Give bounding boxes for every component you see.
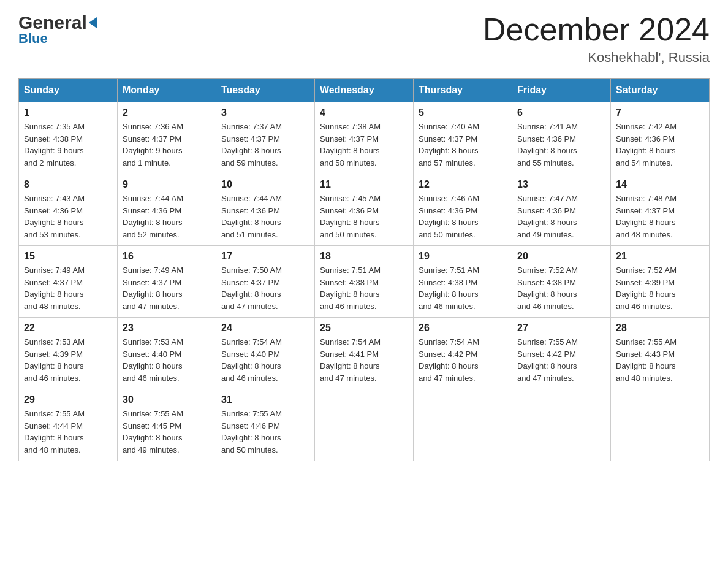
day-info: Sunrise: 7:49 AMSunset: 4:37 PMDaylight:… [24, 264, 112, 312]
day-info: Sunrise: 7:55 AMSunset: 4:46 PMDaylight:… [221, 408, 309, 456]
calendar-table: SundayMondayTuesdayWednesdayThursdayFrid… [18, 78, 710, 461]
weekday-header-row: SundayMondayTuesdayWednesdayThursdayFrid… [19, 79, 710, 102]
day-info: Sunrise: 7:44 AMSunset: 4:36 PMDaylight:… [221, 193, 309, 240]
day-info: Sunrise: 7:40 AMSunset: 4:37 PMDaylight:… [419, 121, 507, 169]
location-subtitle: Koshekhabl', Russia [483, 50, 710, 66]
day-info: Sunrise: 7:38 AMSunset: 4:37 PMDaylight:… [320, 121, 408, 169]
logo-general-text: General [18, 12, 87, 33]
calendar-cell-week2-day2: 9Sunrise: 7:44 AMSunset: 4:36 PMDaylight… [118, 174, 216, 246]
calendar-cell-week4-day2: 23Sunrise: 7:53 AMSunset: 4:40 PMDayligh… [118, 318, 216, 389]
weekday-header-thursday: Thursday [414, 79, 512, 102]
day-number: 9 [123, 179, 211, 190]
day-number: 6 [517, 107, 605, 118]
day-info: Sunrise: 7:42 AMSunset: 4:36 PMDaylight:… [616, 121, 704, 169]
day-number: 11 [320, 179, 408, 190]
page-header: General Blue December 2024 Koshekhabl', … [18, 12, 710, 66]
weekday-header-sunday: Sunday [19, 79, 118, 102]
day-number: 4 [320, 107, 408, 118]
day-number: 20 [517, 251, 605, 262]
logo-blue-text: Blue [18, 31, 48, 47]
calendar-cell-week3-day2: 16Sunrise: 7:49 AMSunset: 4:37 PMDayligh… [118, 246, 216, 318]
day-info: Sunrise: 7:54 AMSunset: 4:41 PMDaylight:… [320, 336, 408, 384]
day-number: 12 [419, 179, 507, 190]
day-info: Sunrise: 7:55 AMSunset: 4:43 PMDaylight:… [616, 336, 704, 384]
day-number: 5 [419, 107, 507, 118]
calendar-cell-week4-day5: 26Sunrise: 7:54 AMSunset: 4:42 PMDayligh… [414, 318, 512, 389]
day-number: 21 [616, 251, 704, 262]
day-number: 26 [419, 323, 507, 334]
calendar-cell-week4-day4: 25Sunrise: 7:54 AMSunset: 4:41 PMDayligh… [315, 318, 414, 389]
calendar-week-2: 8Sunrise: 7:43 AMSunset: 4:36 PMDaylight… [19, 174, 710, 246]
calendar-cell-week2-day7: 14Sunrise: 7:48 AMSunset: 4:37 PMDayligh… [611, 174, 710, 246]
day-info: Sunrise: 7:54 AMSunset: 4:40 PMDaylight:… [221, 336, 309, 384]
calendar-cell-week1-day1: 1Sunrise: 7:35 AMSunset: 4:38 PMDaylight… [19, 102, 118, 174]
day-info: Sunrise: 7:51 AMSunset: 4:38 PMDaylight:… [320, 264, 408, 312]
calendar-cell-week3-day3: 17Sunrise: 7:50 AMSunset: 4:37 PMDayligh… [216, 246, 315, 318]
title-area: December 2024 Koshekhabl', Russia [483, 12, 710, 66]
calendar-cell-week2-day3: 10Sunrise: 7:44 AMSunset: 4:36 PMDayligh… [216, 174, 315, 246]
day-info: Sunrise: 7:55 AMSunset: 4:42 PMDaylight:… [517, 336, 605, 384]
day-number: 25 [320, 323, 408, 334]
calendar-cell-week2-day6: 13Sunrise: 7:47 AMSunset: 4:36 PMDayligh… [512, 174, 611, 246]
day-number: 15 [24, 251, 112, 262]
calendar-cell-week5-day2: 30Sunrise: 7:55 AMSunset: 4:45 PMDayligh… [118, 389, 216, 461]
weekday-header-monday: Monday [118, 79, 216, 102]
day-number: 2 [123, 107, 211, 118]
calendar-cell-week5-day6 [512, 389, 611, 461]
day-info: Sunrise: 7:48 AMSunset: 4:37 PMDaylight:… [616, 193, 704, 240]
day-info: Sunrise: 7:44 AMSunset: 4:36 PMDaylight:… [123, 193, 211, 240]
day-number: 16 [123, 251, 211, 262]
calendar-cell-week4-day6: 27Sunrise: 7:55 AMSunset: 4:42 PMDayligh… [512, 318, 611, 389]
calendar-cell-week4-day1: 22Sunrise: 7:53 AMSunset: 4:39 PMDayligh… [19, 318, 118, 389]
calendar-cell-week3-day6: 20Sunrise: 7:52 AMSunset: 4:38 PMDayligh… [512, 246, 611, 318]
day-info: Sunrise: 7:55 AMSunset: 4:45 PMDaylight:… [123, 408, 211, 456]
day-number: 13 [517, 179, 605, 190]
calendar-cell-week4-day3: 24Sunrise: 7:54 AMSunset: 4:40 PMDayligh… [216, 318, 315, 389]
day-info: Sunrise: 7:45 AMSunset: 4:36 PMDaylight:… [320, 193, 408, 240]
calendar-cell-week5-day1: 29Sunrise: 7:55 AMSunset: 4:44 PMDayligh… [19, 389, 118, 461]
calendar-cell-week1-day3: 3Sunrise: 7:37 AMSunset: 4:37 PMDaylight… [216, 102, 315, 174]
calendar-cell-week2-day5: 12Sunrise: 7:46 AMSunset: 4:36 PMDayligh… [414, 174, 512, 246]
calendar-cell-week5-day4 [315, 389, 414, 461]
calendar-cell-week1-day4: 4Sunrise: 7:38 AMSunset: 4:37 PMDaylight… [315, 102, 414, 174]
weekday-header-saturday: Saturday [611, 79, 710, 102]
day-info: Sunrise: 7:53 AMSunset: 4:39 PMDaylight:… [24, 336, 112, 384]
weekday-header-tuesday: Tuesday [216, 79, 315, 102]
calendar-cell-week1-day6: 6Sunrise: 7:41 AMSunset: 4:36 PMDaylight… [512, 102, 611, 174]
calendar-cell-week3-day4: 18Sunrise: 7:51 AMSunset: 4:38 PMDayligh… [315, 246, 414, 318]
day-number: 10 [221, 179, 309, 190]
calendar-week-4: 22Sunrise: 7:53 AMSunset: 4:39 PMDayligh… [19, 318, 710, 389]
day-number: 17 [221, 251, 309, 262]
calendar-cell-week3-day1: 15Sunrise: 7:49 AMSunset: 4:37 PMDayligh… [19, 246, 118, 318]
day-info: Sunrise: 7:36 AMSunset: 4:37 PMDaylight:… [123, 121, 211, 169]
calendar-cell-week1-day5: 5Sunrise: 7:40 AMSunset: 4:37 PMDaylight… [414, 102, 512, 174]
day-info: Sunrise: 7:43 AMSunset: 4:36 PMDaylight:… [24, 193, 112, 240]
weekday-header-friday: Friday [512, 79, 611, 102]
day-number: 8 [24, 179, 112, 190]
logo-arrow-icon [89, 17, 97, 28]
day-info: Sunrise: 7:49 AMSunset: 4:37 PMDaylight:… [123, 264, 211, 312]
logo: General Blue [18, 12, 97, 47]
day-number: 31 [221, 394, 309, 405]
day-number: 30 [123, 394, 211, 405]
calendar-week-1: 1Sunrise: 7:35 AMSunset: 4:38 PMDaylight… [19, 102, 710, 174]
day-info: Sunrise: 7:53 AMSunset: 4:40 PMDaylight:… [123, 336, 211, 384]
calendar-week-5: 29Sunrise: 7:55 AMSunset: 4:44 PMDayligh… [19, 389, 710, 461]
day-number: 3 [221, 107, 309, 118]
day-number: 22 [24, 323, 112, 334]
day-info: Sunrise: 7:47 AMSunset: 4:36 PMDaylight:… [517, 193, 605, 240]
calendar-cell-week3-day5: 19Sunrise: 7:51 AMSunset: 4:38 PMDayligh… [414, 246, 512, 318]
day-number: 23 [123, 323, 211, 334]
day-number: 27 [517, 323, 605, 334]
day-number: 28 [616, 323, 704, 334]
day-info: Sunrise: 7:51 AMSunset: 4:38 PMDaylight:… [419, 264, 507, 312]
day-info: Sunrise: 7:50 AMSunset: 4:37 PMDaylight:… [221, 264, 309, 312]
day-info: Sunrise: 7:52 AMSunset: 4:38 PMDaylight:… [517, 264, 605, 312]
day-info: Sunrise: 7:54 AMSunset: 4:42 PMDaylight:… [419, 336, 507, 384]
day-info: Sunrise: 7:37 AMSunset: 4:37 PMDaylight:… [221, 121, 309, 169]
day-info: Sunrise: 7:52 AMSunset: 4:39 PMDaylight:… [616, 264, 704, 312]
day-info: Sunrise: 7:41 AMSunset: 4:36 PMDaylight:… [517, 121, 605, 169]
day-number: 1 [24, 107, 112, 118]
calendar-cell-week5-day5 [414, 389, 512, 461]
day-number: 29 [24, 394, 112, 405]
